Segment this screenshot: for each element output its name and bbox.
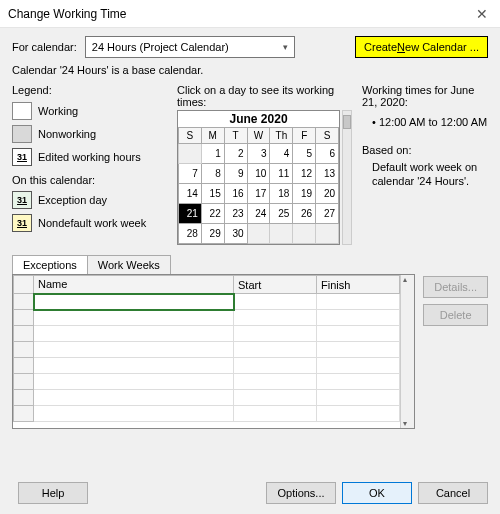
calendar-day[interactable]: 18 [270, 184, 293, 204]
calendar-day [179, 144, 202, 164]
exception-swatch: 31 [12, 191, 32, 209]
row-header[interactable] [14, 294, 34, 310]
calendar-day[interactable]: 17 [247, 184, 270, 204]
tab-exceptions[interactable]: Exceptions [12, 255, 88, 274]
grid-cell[interactable] [317, 390, 400, 406]
tab-work-weeks[interactable]: Work Weeks [87, 255, 171, 274]
calendar-day[interactable]: 26 [293, 204, 316, 224]
row-header[interactable] [14, 390, 34, 406]
calendar-day[interactable]: 2 [224, 144, 247, 164]
calendar-hint: Click on a day to see its working times: [177, 84, 352, 108]
options-button[interactable]: Options... [266, 482, 336, 504]
calendar-day[interactable]: 4 [270, 144, 293, 164]
calendar-day[interactable]: 15 [201, 184, 224, 204]
nondefault-label: Nondefault work week [38, 217, 146, 229]
row-header[interactable] [14, 326, 34, 342]
exceptions-grid[interactable]: Name Start Finish [12, 274, 415, 429]
grid-cell[interactable] [317, 342, 400, 358]
calendar-combo-value: 24 Hours (Project Calendar) [92, 41, 229, 53]
calendar-day[interactable]: 20 [316, 184, 339, 204]
grid-cell[interactable] [34, 310, 234, 326]
scrollbar-thumb[interactable] [343, 115, 351, 129]
calendar-day[interactable]: 28 [179, 224, 202, 244]
row-header[interactable] [14, 374, 34, 390]
row-header[interactable] [14, 342, 34, 358]
row-header[interactable] [14, 406, 34, 422]
calendar-day[interactable]: 11 [270, 164, 293, 184]
calendar-day[interactable]: 29 [201, 224, 224, 244]
calendar-day[interactable]: 5 [293, 144, 316, 164]
grid-cell[interactable] [317, 326, 400, 342]
grid-cell[interactable] [34, 326, 234, 342]
calendar-combo[interactable]: 24 Hours (Project Calendar) ▾ [85, 36, 295, 58]
grid-cell[interactable] [317, 406, 400, 422]
calendar-day[interactable]: 6 [316, 144, 339, 164]
calendar-day[interactable]: 27 [316, 204, 339, 224]
grid-cell[interactable] [317, 294, 400, 310]
grid-cell[interactable] [234, 294, 317, 310]
grid-cell[interactable] [317, 374, 400, 390]
calendar-day[interactable]: 23 [224, 204, 247, 224]
row-header[interactable] [14, 358, 34, 374]
calendar-day[interactable]: 14 [179, 184, 202, 204]
chevron-down-icon: ▾ [283, 42, 288, 52]
calendar-day[interactable]: 3 [247, 144, 270, 164]
calendar-day[interactable]: 24 [247, 204, 270, 224]
calendar-day[interactable]: 16 [224, 184, 247, 204]
calendar-day[interactable]: 25 [270, 204, 293, 224]
grid-cell[interactable] [34, 342, 234, 358]
help-button[interactable]: Help [18, 482, 88, 504]
calendar-day[interactable]: 30 [224, 224, 247, 244]
calendar-day[interactable]: 13 [316, 164, 339, 184]
working-swatch [12, 102, 32, 120]
month-calendar[interactable]: June 2020 SMTWThFS 123456789101112131415… [177, 110, 340, 245]
calendar-day[interactable]: 21 [179, 204, 202, 224]
cancel-button[interactable]: Cancel [418, 482, 488, 504]
calendar-day[interactable]: 8 [201, 164, 224, 184]
grid-cell[interactable] [234, 310, 317, 326]
for-calendar-label: For calendar: [12, 41, 77, 53]
calendar-day[interactable]: 7 [179, 164, 202, 184]
grid-cell[interactable] [34, 406, 234, 422]
col-finish[interactable]: Finish [317, 276, 400, 294]
grid-cell[interactable] [234, 390, 317, 406]
calendar-scrollbar[interactable] [342, 110, 352, 245]
grid-cell[interactable] [234, 342, 317, 358]
grid-cell[interactable] [34, 294, 234, 310]
dow-cell: S [316, 128, 339, 144]
grid-cell[interactable] [234, 358, 317, 374]
calendar-day[interactable]: 12 [293, 164, 316, 184]
edited-label: Edited working hours [38, 151, 141, 163]
delete-button[interactable]: Delete [423, 304, 488, 326]
calendar-day[interactable]: 1 [201, 144, 224, 164]
dow-cell: M [201, 128, 224, 144]
calendar-subtext: Calendar '24 Hours' is a base calendar. [12, 64, 488, 76]
details-button[interactable]: Details... [423, 276, 488, 298]
calendar-day[interactable]: 22 [201, 204, 224, 224]
footer: Help Options... OK Cancel [12, 482, 488, 504]
ok-button[interactable]: OK [342, 482, 412, 504]
col-start[interactable]: Start [234, 276, 317, 294]
dialog-content: For calendar: 24 Hours (Project Calendar… [0, 28, 500, 437]
grid-cell[interactable] [234, 406, 317, 422]
grid-cell[interactable] [234, 326, 317, 342]
create-new-calendar-button[interactable]: Create New Calendar ... [355, 36, 488, 58]
grid-cell[interactable] [317, 358, 400, 374]
calendar-panel: Click on a day to see its working times:… [177, 84, 352, 245]
calendar-title: June 2020 [178, 111, 339, 127]
calendar-day[interactable]: 9 [224, 164, 247, 184]
grid-cell[interactable] [234, 374, 317, 390]
calendar-grid[interactable]: SMTWThFS 1234567891011121314151617181920… [178, 127, 339, 244]
grid-cell[interactable] [34, 374, 234, 390]
calendar-day[interactable]: 10 [247, 164, 270, 184]
dow-cell: S [179, 128, 202, 144]
window-title: Change Working Time [8, 7, 472, 21]
grid-cell[interactable] [34, 358, 234, 374]
row-header[interactable] [14, 310, 34, 326]
col-name[interactable]: Name [34, 276, 234, 294]
close-icon[interactable]: ✕ [472, 6, 492, 22]
grid-cell[interactable] [34, 390, 234, 406]
calendar-day[interactable]: 19 [293, 184, 316, 204]
grid-scrollbar[interactable] [400, 275, 414, 428]
grid-cell[interactable] [317, 310, 400, 326]
